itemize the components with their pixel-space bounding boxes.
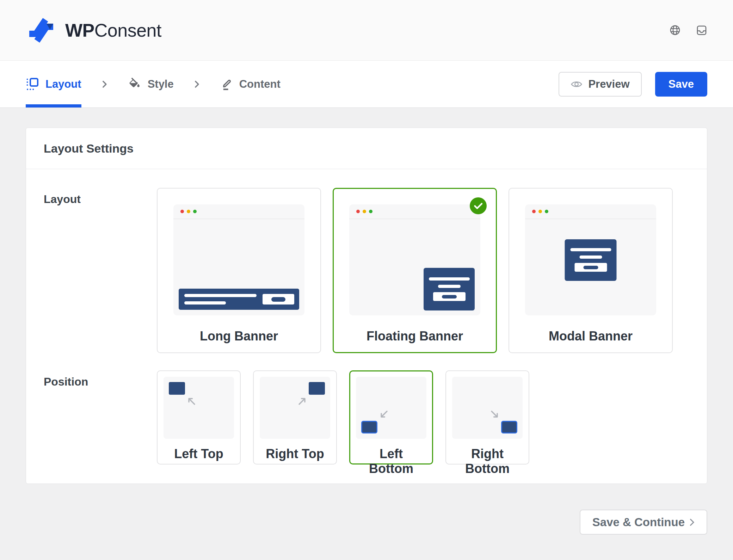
floating-banner-illustration [424,268,475,310]
position-row: Position Left Top [44,370,689,464]
globe-icon[interactable] [670,25,680,36]
main-content: Layout Settings Layout [0,108,733,535]
position-option-left-top[interactable]: Left Top [157,370,241,464]
layout-option-label: Floating Banner [349,329,480,344]
wpconsent-app: WPConsent [0,0,733,535]
save-continue-button[interactable]: Save & Continue [580,510,707,535]
arrow-up-left-icon [186,396,196,406]
paint-bucket-icon [127,77,141,91]
window-dot-green [545,210,548,213]
position-mockup [164,377,234,439]
app-header: WPConsent [0,0,733,61]
layout-settings-card: Layout Settings Layout [26,128,707,484]
position-option-label: Left Bottom [356,447,426,476]
banner-position-rect [169,382,185,395]
position-mockup [356,377,426,439]
layout-option-label: Long Banner [173,329,304,344]
chevron-right-icon [192,80,201,89]
layout-options: Long Banner [157,188,673,353]
banner-text-lines [184,294,257,304]
arrow-down-left-icon [378,410,388,420]
layout-icon [26,78,39,91]
position-row-label: Position [44,370,157,464]
card-header: Layout Settings [26,128,707,169]
brand-name: WPConsent [65,20,161,41]
layout-option-modal-banner[interactable]: Modal Banner [509,188,673,353]
banner-button-illustration [574,263,607,272]
browser-mockup [525,204,656,315]
banner-position-rect [501,421,517,433]
tab-style[interactable]: Style [127,61,174,107]
header-actions [670,25,707,36]
brand-logo: WPConsent [26,17,161,44]
position-option-label: Right Top [260,447,330,461]
browser-mockup-titlebar [173,204,304,219]
banner-button-illustration [433,292,466,301]
selected-check-icon [470,197,487,214]
footer-actions: Save & Continue [26,510,707,535]
wpconsent-logo-icon [26,17,57,44]
banner-position-rect [309,382,325,395]
window-dot-green [193,210,197,213]
position-option-label: Right Bottom [452,447,523,476]
tab-layout[interactable]: Layout [26,61,81,107]
browser-mockup-titlebar [525,204,656,219]
position-options: Left Top Right Top [157,370,529,464]
position-option-left-bottom[interactable]: Left Bottom [349,370,433,464]
position-option-right-bottom[interactable]: Right Bottom [445,370,529,464]
position-option-label: Left Top [164,447,234,461]
steps-navbar: Layout Style Content [0,61,733,108]
position-option-right-top[interactable]: Right Top [253,370,337,464]
chevron-right-icon [100,80,109,89]
position-mockup [452,377,523,439]
browser-mockup [349,204,480,315]
layout-row: Layout [44,188,689,353]
layout-option-label: Modal Banner [525,329,656,344]
preview-button-label: Preview [588,78,629,91]
chevron-right-icon [690,518,695,526]
layout-option-long-banner[interactable]: Long Banner [157,188,321,353]
preview-button[interactable]: Preview [559,72,641,97]
window-dot-red [180,210,184,213]
nav-actions: Preview Save [559,61,707,107]
modal-banner-illustration [565,239,617,281]
step-tabs: Layout Style Content [26,61,281,107]
arrow-down-right-icon [490,410,500,420]
pencil-icon [220,78,233,91]
save-button[interactable]: Save [655,72,707,97]
layout-row-label: Layout [44,188,157,353]
inbox-icon[interactable] [696,25,707,36]
window-dot-red [532,210,536,213]
eye-icon [571,80,583,89]
active-tab-underline [26,104,81,107]
layout-option-floating-banner[interactable]: Floating Banner [333,188,497,353]
long-banner-illustration [179,289,299,310]
window-dot-yellow [538,210,542,213]
tab-content-label: Content [239,78,281,91]
banner-position-rect [361,421,377,433]
page-title: Layout Settings [44,142,134,155]
arrow-up-right-icon [298,396,308,406]
tab-style-label: Style [148,78,174,91]
position-mockup [260,377,330,439]
tab-content[interactable]: Content [220,61,281,107]
card-body: Layout [26,169,707,484]
browser-mockup [173,204,304,315]
window-dot-green [369,210,372,213]
brand-name-rest: Consent [94,20,161,41]
window-dot-yellow [187,210,190,213]
tab-layout-label: Layout [45,78,81,91]
banner-button-illustration [263,294,294,304]
save-continue-label: Save & Continue [592,516,685,529]
window-dot-yellow [363,210,366,213]
window-dot-red [356,210,360,213]
browser-mockup-titlebar [349,204,480,219]
brand-name-bold: WP [65,20,94,41]
